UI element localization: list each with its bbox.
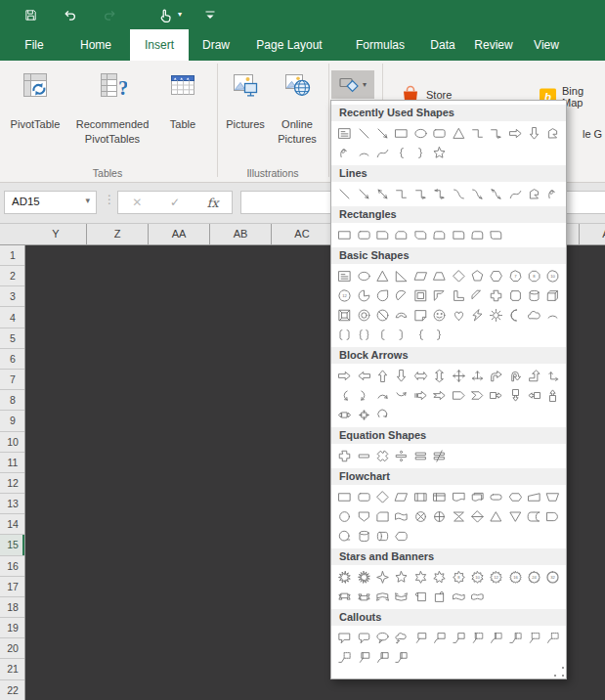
shape-snip-round-single-corner-rectangle[interactable]	[430, 225, 449, 244]
shape-curved-arrow-connector[interactable]	[468, 184, 487, 203]
shape-decagon[interactable]: 10	[543, 266, 562, 285]
shape-oval-callout[interactable]	[373, 628, 392, 647]
shape-rectangle[interactable]	[335, 225, 354, 244]
shape-line[interactable]	[335, 184, 354, 203]
shape-left-right-arrow[interactable]	[411, 366, 430, 385]
shape-teardrop[interactable]	[373, 285, 392, 305]
shape-right-arrow-callout[interactable]	[487, 385, 505, 405]
shape-multiply[interactable]	[373, 446, 392, 465]
shape-oval[interactable]	[354, 266, 372, 285]
shape-direct-access-storage[interactable]	[373, 526, 392, 546]
shape-rectangular-callout[interactable]	[335, 628, 354, 647]
online-pictures-button[interactable]: OnlinePictures	[270, 65, 324, 158]
tab-file[interactable]: File	[20, 29, 49, 61]
shape-cube[interactable]	[543, 285, 562, 305]
shape-double-brace[interactable]	[354, 325, 372, 344]
redo-button[interactable]	[102, 7, 119, 22]
row-header-20[interactable]: 20	[0, 638, 25, 659]
row-header-21[interactable]: 21	[0, 659, 25, 679]
shape-collate[interactable]	[449, 506, 467, 526]
shape-scribble[interactable]	[543, 184, 562, 203]
shape-left-arrow-callout[interactable]	[525, 385, 543, 405]
shape-u-turn-arrow[interactable]	[506, 366, 525, 385]
shape-dodecagon[interactable]: 12	[335, 285, 354, 305]
shape-line-callout-2-border-accent-bar[interactable]	[373, 647, 392, 667]
row-header-11[interactable]: 11	[0, 453, 25, 473]
shape-right-brace[interactable]	[430, 325, 449, 344]
shape-not-equal[interactable]	[430, 446, 449, 465]
shape-process[interactable]	[335, 487, 354, 506]
shape-striped-right-arrow[interactable]	[411, 385, 430, 405]
row-header-18[interactable]: 18	[0, 597, 25, 618]
shape-right-brace[interactable]	[411, 143, 430, 162]
shape-star-24[interactable]: 24	[525, 567, 543, 587]
touch-mode-dropdown-icon[interactable]: ▾	[178, 11, 182, 19]
row-header-1[interactable]: 1	[0, 245, 25, 266]
shape-round-diagonal-corner-rectangle[interactable]	[487, 225, 505, 244]
shape-off-page-connector[interactable]	[354, 506, 372, 526]
pictures-button[interactable]: Pictures	[223, 65, 268, 158]
shape-bevel[interactable]	[335, 305, 354, 325]
shape-line-callout-1-accent-bar[interactable]	[468, 628, 487, 647]
row-header-3[interactable]: 3	[0, 286, 25, 307]
shape-division[interactable]	[392, 446, 411, 465]
shape-vertical-scroll[interactable]	[411, 587, 430, 606]
shape-star-4[interactable]	[373, 567, 392, 587]
shape-multidocument[interactable]	[468, 487, 487, 506]
undo-button[interactable]	[61, 7, 78, 22]
shape-text-box[interactable]	[335, 266, 354, 285]
shape-quad-arrow-callout[interactable]	[354, 405, 372, 424]
shape-line-callout-1-border-accent-bar[interactable]	[354, 647, 372, 667]
name-box[interactable]: AD15 ▾	[4, 191, 97, 214]
shape-star-5[interactable]	[392, 567, 411, 587]
cancel-button[interactable]: ✕	[118, 192, 156, 213]
shape-snip-single-corner-rectangle[interactable]	[373, 225, 392, 244]
shape-sun[interactable]	[487, 305, 505, 325]
shape-oval[interactable]	[411, 123, 430, 143]
shape-l-shape[interactable]	[449, 285, 467, 305]
tab-review[interactable]: Review	[473, 29, 514, 61]
shape-rectangle[interactable]	[392, 123, 411, 143]
shape-curve[interactable]	[373, 143, 392, 162]
shape-freeform-shape[interactable]	[543, 123, 562, 143]
shape-hexagon[interactable]	[487, 266, 505, 285]
shape-trapezoid[interactable]	[430, 266, 449, 285]
shape-curved-down-ribbon[interactable]	[392, 587, 411, 606]
tab-formulas[interactable]: Formulas	[354, 29, 407, 61]
shape-double-bracket[interactable]	[335, 325, 354, 344]
name-box-dropdown-icon[interactable]: ▾	[85, 196, 90, 205]
shape-round-same-side-corner-rectangle[interactable]	[468, 225, 487, 244]
shape-star-16[interactable]: 16	[506, 567, 525, 587]
shape-explosion-2[interactable]	[354, 567, 372, 587]
shape-left-right-up-arrow[interactable]	[468, 366, 487, 385]
shape-equal[interactable]	[411, 446, 430, 465]
shape-smiley-face[interactable]	[430, 305, 449, 325]
shape-manual-operation[interactable]	[543, 487, 562, 506]
shape-line-callout-2-accent-bar[interactable]	[487, 628, 505, 647]
shape-preparation[interactable]	[506, 487, 525, 506]
shape-merge[interactable]	[506, 506, 525, 526]
enter-button[interactable]: ✓	[156, 192, 194, 213]
shape-elbow-connector[interactable]	[468, 123, 487, 143]
shape-diamond[interactable]	[449, 266, 467, 285]
row-header-2[interactable]: 2	[0, 266, 25, 286]
shape-curved-up-arrow[interactable]	[373, 385, 392, 405]
insert-function-button[interactable]: fx	[194, 192, 232, 213]
shape-up-arrow-callout[interactable]	[543, 385, 562, 405]
shape-lightning-bolt[interactable]	[468, 305, 487, 325]
shape-document[interactable]	[449, 487, 467, 506]
shape-moon[interactable]	[506, 305, 525, 325]
shape-isosceles-triangle[interactable]	[449, 123, 467, 143]
shape-no-symbol[interactable]	[373, 305, 392, 325]
shape-curved-up-ribbon[interactable]	[373, 587, 392, 606]
shape-elbow-arrow-connector[interactable]	[487, 123, 505, 143]
shape-line-arrow[interactable]	[354, 184, 372, 203]
column-header-AC[interactable]: AC	[272, 224, 333, 244]
shape-stored-data[interactable]	[525, 506, 543, 526]
shape-down-ribbon[interactable]	[354, 587, 372, 606]
tab-draw[interactable]: Draw	[198, 29, 234, 61]
shape-cloud-callout[interactable]	[392, 628, 411, 647]
shape-block-arc[interactable]	[392, 305, 411, 325]
tab-insert[interactable]: Insert	[130, 29, 189, 61]
shape-left-up-arrow[interactable]	[543, 366, 562, 385]
